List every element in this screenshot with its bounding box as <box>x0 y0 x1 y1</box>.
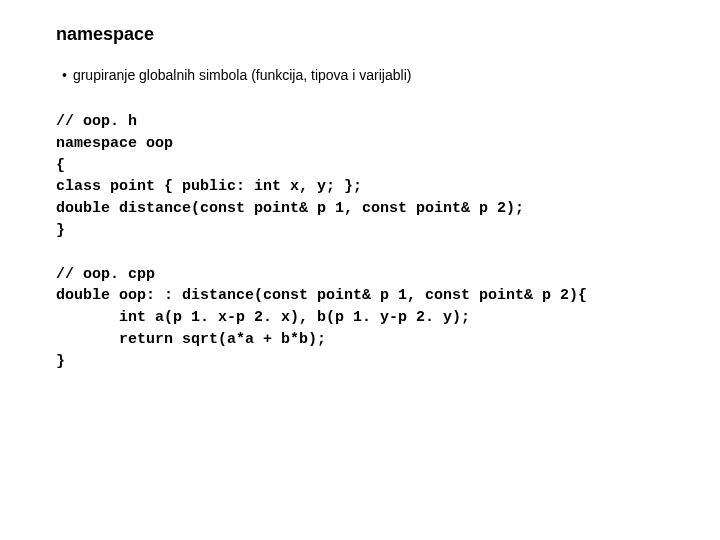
slide-page: namespace • grupiranje globalnih simbola… <box>0 0 720 418</box>
bullet-marker: • <box>62 67 67 83</box>
bullet-item: • grupiranje globalnih simbola (funkcija… <box>62 67 680 83</box>
bullet-text: grupiranje globalnih simbola (funkcija, … <box>73 67 412 83</box>
code-block-header-file: // oop. h namespace oop { class point { … <box>56 111 680 242</box>
code-block-source-file: // oop. cpp double oop: : distance(const… <box>56 264 680 373</box>
page-title: namespace <box>56 24 680 45</box>
